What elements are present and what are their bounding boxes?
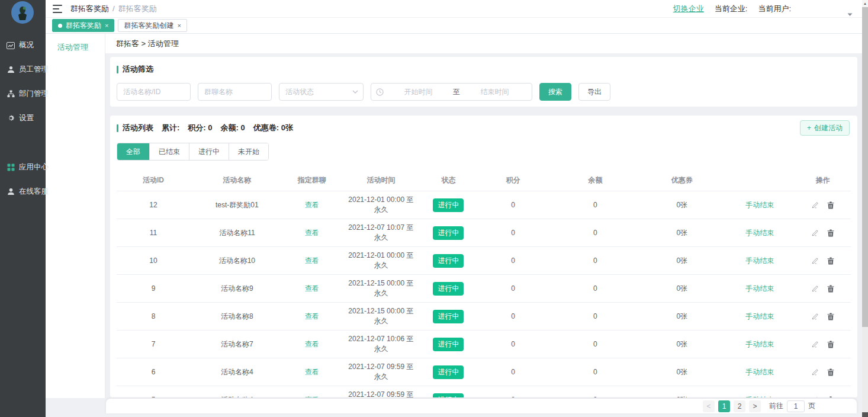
edit-icon[interactable] [811, 368, 819, 376]
collapse-menu-icon[interactable] [53, 5, 62, 13]
activity-time-start: 2021-12-07 09:59 至 [340, 390, 422, 397]
sidebar-item-app-center[interactable]: 应用中心 [0, 155, 46, 179]
view-group-link[interactable]: 查看 [305, 284, 319, 293]
activity-time-end: 永久 [340, 316, 422, 326]
edit-icon[interactable] [811, 341, 819, 348]
view-group-link[interactable]: 查看 [305, 312, 319, 320]
cell-activity-name: test-群奖励01 [190, 191, 284, 219]
activity-name-input[interactable] [117, 83, 191, 101]
status-tab-in-progress[interactable]: 进行中 [189, 143, 229, 160]
activity-time-end: 永久 [340, 233, 422, 243]
cell-operations [795, 229, 851, 237]
cell-points: 0 [475, 191, 551, 219]
view-group-link[interactable]: 查看 [305, 229, 319, 237]
cell-points: 0 [475, 386, 551, 398]
user-dropdown-caret-icon[interactable] [847, 8, 853, 19]
delete-icon[interactable] [827, 201, 834, 209]
switch-company-link[interactable]: 切换企业 [673, 4, 704, 14]
delete-icon[interactable] [827, 368, 834, 376]
cell-activity-id: 6 [117, 358, 190, 386]
view-group-link[interactable]: 查看 [305, 396, 319, 398]
prev-page-button[interactable]: < [703, 400, 715, 412]
manual-end-link[interactable]: 手动结束 [745, 396, 774, 398]
sidebar-item-overview[interactable]: 概况 [0, 33, 46, 57]
close-tab-icon[interactable]: × [105, 22, 108, 29]
edit-icon[interactable] [811, 313, 819, 320]
window-tabbar: 群拓客奖励 × 群拓客奖励创建 × [46, 18, 862, 34]
group-name-input[interactable] [198, 83, 272, 101]
export-button[interactable]: 导出 [578, 83, 610, 101]
sidebar-item-activity-management[interactable]: 活动管理 [46, 34, 105, 53]
edit-icon[interactable] [811, 201, 819, 209]
close-tab-icon[interactable]: × [177, 22, 181, 29]
scrollbar-thumb[interactable] [862, 7, 868, 327]
window-tab-active[interactable]: 群拓客奖励 × [52, 19, 114, 32]
window-tab[interactable]: 群拓客奖励创建 × [118, 19, 187, 32]
summary-balance: 余额: 0 [221, 123, 245, 133]
manual-end-link[interactable]: 手动结束 [745, 340, 774, 348]
edit-icon[interactable] [811, 396, 819, 398]
status-badge: 进行中 [433, 310, 464, 323]
view-group-link[interactable]: 查看 [305, 368, 319, 376]
create-activity-button[interactable]: + 创建活动 [800, 120, 850, 136]
sidebar-item-departments[interactable]: 部门管理 [0, 82, 46, 106]
next-page-button[interactable]: > [749, 400, 761, 412]
manual-end-link[interactable]: 手动结束 [745, 312, 774, 320]
delete-icon[interactable] [827, 257, 834, 265]
manual-end-link[interactable]: 手动结束 [745, 201, 774, 209]
cell-balance: 0 [551, 331, 639, 358]
breadcrumb-root[interactable]: 群拓客奖励 [70, 4, 109, 13]
cell-activity-time: 2021-12-15 00:00 至 永久 [340, 303, 422, 331]
status-badge: 进行中 [433, 198, 464, 212]
manual-end-link[interactable]: 手动结束 [745, 284, 774, 293]
window-tab-label: 群拓客奖励 [66, 21, 101, 31]
manual-end-link[interactable]: 手动结束 [745, 256, 774, 265]
delete-icon[interactable] [827, 341, 834, 348]
cell-activity-time: 2021-12-07 10:06 至 永久 [340, 331, 422, 358]
filter-title: 活动筛选 [123, 64, 153, 75]
view-group-link[interactable]: 查看 [305, 201, 319, 209]
status-tab-all[interactable]: 全部 [117, 143, 150, 160]
sidebar-item-label: 概况 [19, 40, 34, 50]
status-tab-not-started[interactable]: 未开始 [229, 143, 268, 160]
view-group-link[interactable]: 查看 [305, 340, 319, 348]
manual-end-link[interactable]: 手动结束 [745, 368, 774, 376]
avatar[interactable] [11, 1, 34, 24]
goto-page-input[interactable] [787, 400, 805, 412]
status-badge: 进行中 [433, 338, 464, 351]
edit-icon[interactable] [811, 257, 819, 265]
overview-icon [7, 41, 15, 50]
column-header: 活动ID [117, 171, 190, 191]
cell-operations [795, 368, 851, 376]
activity-list-card: 活动列表 累计: 积分: 0 余额: 0 优惠卷: 0张 + 创建活动 全部 已… [110, 116, 857, 397]
delete-icon[interactable] [827, 229, 834, 237]
status-tab-ended[interactable]: 已结束 [150, 143, 189, 160]
page-button-1[interactable]: 1 [718, 400, 730, 412]
vertical-scrollbar[interactable]: ▲ [862, 0, 868, 417]
sidebar-item-employees[interactable]: 员工管理 [0, 57, 46, 82]
sidebar-item-settings[interactable]: 设置 [0, 106, 46, 130]
activity-status-select[interactable]: 活动状态 [279, 83, 364, 101]
delete-icon[interactable] [827, 313, 834, 320]
cell-points: 0 [475, 247, 551, 275]
cell-points: 0 [475, 358, 551, 386]
sidebar-item-online-service[interactable]: 在线客服 [0, 179, 46, 204]
cell-balance: 0 [551, 303, 639, 331]
column-header: 操作 [795, 171, 851, 191]
sidebar-item-label: 员工管理 [19, 65, 49, 75]
cell-activity-id: 8 [117, 303, 190, 331]
search-button[interactable]: 搜索 [539, 83, 571, 101]
manual-end-link[interactable]: 手动结束 [745, 229, 774, 237]
scrollbar-up-arrow-icon[interactable]: ▲ [862, 0, 868, 7]
filter-row: 活动状态 开始时间 至 结束时间 搜索 导出 [117, 83, 851, 101]
delete-icon[interactable] [827, 285, 834, 293]
cell-points: 0 [475, 219, 551, 247]
delete-icon[interactable] [827, 396, 834, 398]
edit-icon[interactable] [811, 285, 819, 293]
view-group-link[interactable]: 查看 [305, 256, 319, 265]
activity-time-start: 2021-12-15 00:00 至 [340, 278, 422, 288]
edit-icon[interactable] [811, 229, 819, 237]
page-button-2[interactable]: 2 [734, 400, 745, 412]
date-range-picker[interactable]: 开始时间 至 结束时间 [371, 83, 532, 101]
sidebar-spacer [0, 130, 46, 155]
